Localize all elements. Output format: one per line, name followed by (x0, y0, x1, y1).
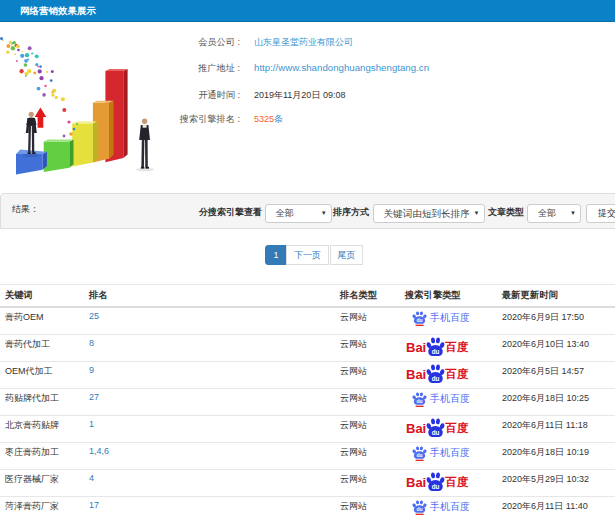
svg-text:du: du (416, 318, 422, 323)
svg-text:du: du (416, 453, 422, 458)
svg-text:du: du (432, 348, 440, 355)
svg-text:du: du (416, 399, 422, 404)
svg-text:du: du (432, 375, 440, 382)
svg-text:du: du (432, 429, 440, 436)
svg-text:du: du (416, 507, 422, 512)
svg-text:du: du (432, 483, 440, 490)
